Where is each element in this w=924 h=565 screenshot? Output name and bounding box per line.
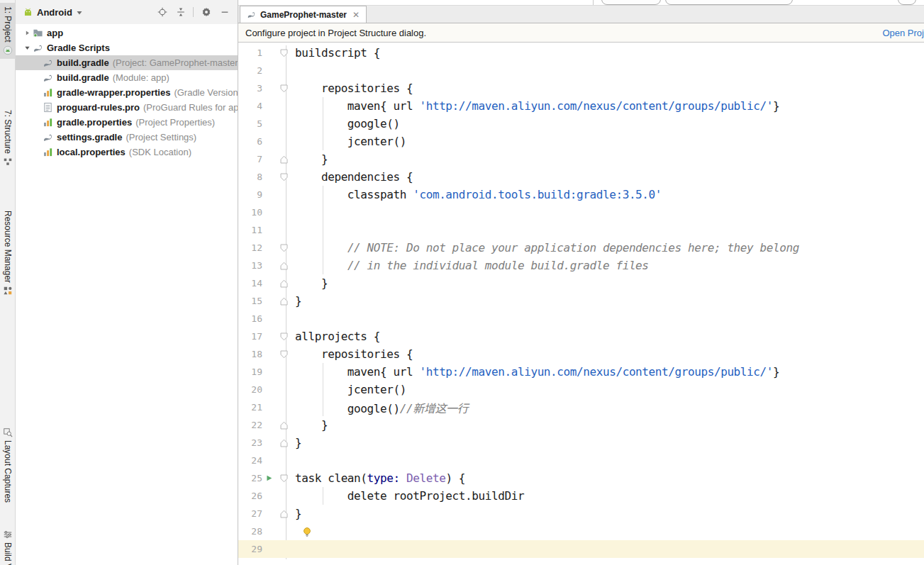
fold-close-icon[interactable] xyxy=(280,279,288,288)
code-text: } xyxy=(295,507,301,520)
fold-open-icon[interactable] xyxy=(280,474,288,483)
code-line-22[interactable]: 22 } xyxy=(238,416,924,434)
toolbar-config-selector-fragment[interactable] xyxy=(601,0,661,5)
gradle-icon xyxy=(247,10,256,19)
code-line-2[interactable]: 2 xyxy=(238,62,924,79)
locate-icon[interactable] xyxy=(156,6,168,18)
code-line-26[interactable]: 26 delete rootProject.buildDir xyxy=(238,487,924,505)
fold-open-icon[interactable] xyxy=(280,173,288,181)
tree-item-secondary: (SDK Location) xyxy=(129,147,191,157)
tree-item-build-gradle[interactable]: build.gradle(Project: GameProphet-master… xyxy=(16,55,238,70)
code-text: } xyxy=(295,152,328,166)
tool-window-button-build-variants[interactable]: Build Variants xyxy=(0,526,15,565)
tree-item-Gradle-Scripts[interactable]: Gradle Scripts xyxy=(16,40,238,55)
code-line-21[interactable]: 21 google()//新增这一行 xyxy=(238,398,924,416)
line-number: 3 xyxy=(244,83,262,94)
line-number: 18 xyxy=(244,349,262,359)
code-line-29[interactable]: 29 xyxy=(238,540,924,558)
code-line-12[interactable]: 12 // NOTE: Do not place your applicatio… xyxy=(238,239,924,257)
toolbar-device-selector-fragment[interactable] xyxy=(665,0,793,5)
code-line-27[interactable]: 27} xyxy=(238,505,924,522)
code-text xyxy=(295,525,312,538)
code-line-8[interactable]: 8 dependencies { xyxy=(238,168,924,186)
code-text: repositories { xyxy=(295,347,413,361)
code-line-3[interactable]: 3 repositories { xyxy=(238,79,924,97)
fold-open-icon[interactable] xyxy=(280,49,288,57)
tree-item-proguard-rules-pro[interactable]: proguard-rules.pro(ProGuard Rules for ap… xyxy=(16,100,238,115)
line-number: 19 xyxy=(244,367,262,377)
fold-close-icon[interactable] xyxy=(280,421,288,430)
code-text: google() xyxy=(295,117,400,130)
fold-close-icon[interactable] xyxy=(280,155,288,164)
code-line-7[interactable]: 7 } xyxy=(238,150,924,168)
code-line-19[interactable]: 19 maven{ url 'http://maven.aliyun.com/n… xyxy=(238,363,924,381)
tool-window-button-layout-captures[interactable]: Layout Captures xyxy=(0,424,15,506)
code-line-18[interactable]: 18 repositories { xyxy=(238,345,924,363)
chevron-down-icon[interactable] xyxy=(76,7,83,18)
code-line-20[interactable]: 20 jcenter() xyxy=(238,381,924,398)
code-text: maven{ url 'http://maven.aliyun.com/nexu… xyxy=(295,365,779,379)
code-line-15[interactable]: 15} xyxy=(238,292,924,310)
properties-icon xyxy=(43,147,53,157)
code-text: } xyxy=(295,418,328,432)
code-text: // NOTE: Do not place your application d… xyxy=(295,241,799,254)
fold-close-icon[interactable] xyxy=(280,510,288,518)
intention-bulb-icon[interactable] xyxy=(302,527,312,538)
code-line-6[interactable]: 6 jcenter() xyxy=(238,133,924,150)
line-number: 16 xyxy=(244,313,262,324)
chevron-right-icon[interactable] xyxy=(21,29,33,37)
chevron-down-icon[interactable] xyxy=(21,44,33,52)
tree-item-label: local.properties xyxy=(57,147,126,157)
code-line-10[interactable]: 10 xyxy=(238,203,924,221)
toolbar-button-fragment[interactable] xyxy=(898,0,916,5)
line-number: 20 xyxy=(244,384,262,395)
code-line-14[interactable]: 14 } xyxy=(238,274,924,292)
fold-close-icon[interactable] xyxy=(280,297,288,306)
project-icon xyxy=(3,45,13,55)
fold-open-icon[interactable] xyxy=(280,350,288,359)
fold-close-icon[interactable] xyxy=(280,439,288,447)
fold-open-icon[interactable] xyxy=(280,332,288,341)
code-line-5[interactable]: 5 google() xyxy=(238,115,924,133)
line-number: 12 xyxy=(244,242,262,253)
code-line-25[interactable]: 25task clean(type: Delete) { xyxy=(238,469,924,487)
tool-window-button--project[interactable]: 1: Project xyxy=(0,3,15,59)
tree-item-local-properties[interactable]: local.properties(SDK Location) xyxy=(16,145,238,160)
collapse-all-icon[interactable] xyxy=(174,6,187,18)
fold-open-icon[interactable] xyxy=(280,84,288,93)
code-line-17[interactable]: 17allprojects { xyxy=(238,328,924,345)
run-icon[interactable] xyxy=(265,474,273,482)
line-number: 1 xyxy=(244,47,262,58)
code-line-1[interactable]: 1buildscript { xyxy=(238,44,924,62)
project-view-selector[interactable]: Android xyxy=(37,7,72,18)
fold-open-icon[interactable] xyxy=(280,244,288,252)
tree-item-gradle-wrapper-properties[interactable]: gradle-wrapper.properties(Gradle Version… xyxy=(16,85,238,100)
tab-gameprophet-master[interactable]: GameProphet-master ✕ xyxy=(240,6,367,23)
hide-icon[interactable] xyxy=(218,6,230,18)
code-line-28[interactable]: 28 xyxy=(238,522,924,540)
project-tool-window: Android appGradle Scriptsbuild.gradle(Pr… xyxy=(16,0,238,565)
tool-window-button-resource-manager[interactable]: Resource Manager xyxy=(0,207,15,299)
settings-icon[interactable] xyxy=(200,6,212,18)
code-line-13[interactable]: 13 // in the individual module build.gra… xyxy=(238,257,924,274)
gradle-icon xyxy=(43,132,53,142)
close-icon[interactable]: ✕ xyxy=(352,10,360,20)
tree-item-app[interactable]: app xyxy=(16,26,238,40)
tool-window-button--structure[interactable]: 7: Structure xyxy=(0,106,15,170)
code-line-23[interactable]: 23} xyxy=(238,434,924,452)
fold-close-icon[interactable] xyxy=(280,262,288,270)
code-line-4[interactable]: 4 maven{ url 'http://maven.aliyun.com/ne… xyxy=(238,97,924,115)
tree-item-gradle-properties[interactable]: gradle.properties(Project Properties) xyxy=(16,115,238,130)
code-line-16[interactable]: 16 xyxy=(238,310,924,328)
open-project-structure-link[interactable]: Open Proj xyxy=(876,28,924,38)
code-line-24[interactable]: 24 xyxy=(238,452,924,469)
tree-item-settings-gradle[interactable]: settings.gradle(Project Settings) xyxy=(16,130,238,145)
tree-item-build-gradle[interactable]: build.gradle(Module: app) xyxy=(16,70,238,85)
tree-item-label: build.gradle xyxy=(57,72,109,83)
gradle-icon xyxy=(43,57,53,68)
editor-tab-bar: GameProphet-master ✕ xyxy=(238,6,924,23)
code-line-9[interactable]: 9 classpath 'com.android.tools.build:gra… xyxy=(238,186,924,203)
code-editor[interactable]: 1buildscript {23 repositories {4 maven{ … xyxy=(238,43,924,565)
editor-notification-bar: Configure project in Project Structure d… xyxy=(238,23,924,43)
code-line-11[interactable]: 11 xyxy=(238,221,924,239)
